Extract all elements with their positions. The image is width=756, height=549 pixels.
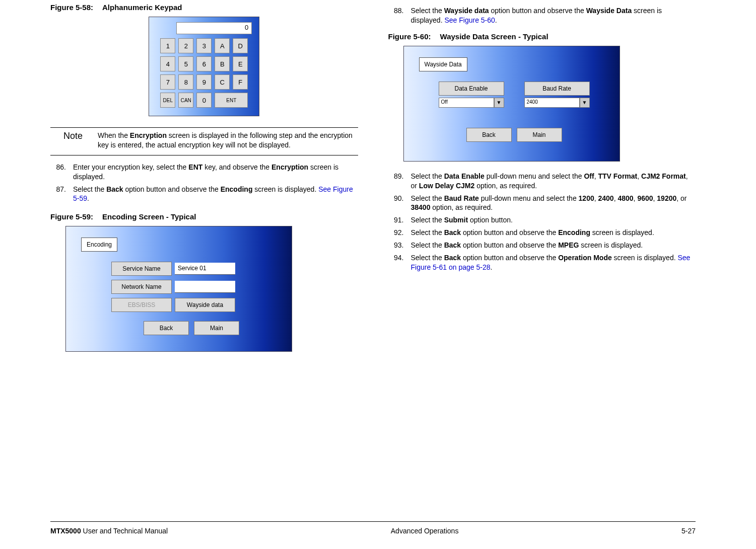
back-button[interactable]: Back <box>466 128 512 142</box>
wayside-panel: Wayside Data Data Enable Baud Rate Off ▼… <box>403 46 620 162</box>
figure-caption: Encoding Screen - Typical <box>102 212 196 221</box>
step-num: 89. <box>388 172 411 191</box>
key-e[interactable]: E <box>233 56 248 71</box>
keypad-display: 0 <box>176 22 252 34</box>
step-body: Select the Submit option button. <box>411 215 696 225</box>
figure-58-title: Figure 5-58:Alphanumeric Keypad <box>50 3 358 12</box>
key-6[interactable]: 6 <box>196 56 212 71</box>
note-block: Note When the Encryption screen is displ… <box>50 127 358 155</box>
figure-59-title: Figure 5-59:Encoding Screen - Typical <box>50 212 358 221</box>
step-num: 86. <box>50 163 73 182</box>
dropdown-arrow-icon[interactable]: ▼ <box>494 98 504 108</box>
baud-rate-select[interactable]: 2400 ▼ <box>524 98 590 108</box>
right-column: 88. Select the Wayside data option butto… <box>388 3 696 352</box>
step-body: Select the Back option button and observ… <box>411 253 696 272</box>
note-text-a: When the <box>98 131 130 139</box>
key-c[interactable]: C <box>215 74 230 90</box>
step-num: 87. <box>50 185 73 204</box>
footer-left: MTX5000 User and Technical Manual <box>50 527 168 535</box>
step-body: Select the Baud Rate pull-down menu and … <box>411 194 696 213</box>
key-b[interactable]: B <box>215 56 230 71</box>
key-d[interactable]: D <box>233 38 248 53</box>
key-9[interactable]: 9 <box>196 74 212 90</box>
step-num: 90. <box>388 194 411 213</box>
figure-caption: Wayside Data Screen - Typical <box>440 32 548 41</box>
step-num: 88. <box>388 6 411 25</box>
step-num: 94. <box>388 253 411 272</box>
service-name-button[interactable]: Service Name <box>111 262 172 276</box>
step-93: 93. Select the Back option button and ob… <box>388 241 696 250</box>
note-label: Note <box>50 131 96 141</box>
key-f[interactable]: F <box>233 74 248 90</box>
dropdown-arrow-icon[interactable]: ▼ <box>580 98 590 108</box>
keypad-figure: 0 1 2 3 A D 4 5 6 B E 7 8 <box>50 17 358 116</box>
key-3[interactable]: 3 <box>196 38 212 53</box>
key-a[interactable]: A <box>215 38 230 53</box>
note-rule-bottom <box>50 155 358 155</box>
step-91: 91. Select the Submit option button. <box>388 215 696 225</box>
key-ent[interactable]: ENT <box>215 93 248 108</box>
keypad-panel: 0 1 2 3 A D 4 5 6 B E 7 8 <box>149 17 259 116</box>
key-2[interactable]: 2 <box>178 38 193 53</box>
step-body: Select the Back option button and observ… <box>411 228 696 238</box>
step-89: 89. Select the Data Enable pull-down men… <box>388 172 696 191</box>
wayside-data-button[interactable]: Wayside data <box>175 298 235 312</box>
figure-60-title: Figure 5-60:Wayside Data Screen - Typica… <box>388 32 696 41</box>
panel-tab: Encoding <box>81 238 117 252</box>
step-num: 91. <box>388 215 411 225</box>
ebs-biss-button: EBS/BISS <box>111 298 172 312</box>
step-num: 93. <box>388 241 411 250</box>
note-text: When the Encryption screen is displayed … <box>96 131 358 150</box>
figure-label: Figure 5-59: <box>50 212 93 221</box>
step-body: Select the Back option button and observ… <box>73 185 358 204</box>
key-del[interactable]: DEL <box>160 93 175 108</box>
key-1[interactable]: 1 <box>160 38 175 53</box>
step-body: Select the Wayside data option button an… <box>411 6 696 25</box>
step-body: Select the Back option button and observ… <box>411 241 696 250</box>
figure-label: Figure 5-60: <box>388 32 431 41</box>
step-92: 92. Select the Back option button and ob… <box>388 228 696 238</box>
key-0[interactable]: 0 <box>196 93 212 108</box>
key-5[interactable]: 5 <box>178 56 193 71</box>
baud-rate-value: 2400 <box>524 98 580 108</box>
baud-rate-label: Baud Rate <box>524 82 590 96</box>
encoding-panel: Encoding Service Name Service 01 Network… <box>65 226 292 352</box>
main-button[interactable]: Main <box>517 128 562 142</box>
back-button[interactable]: Back <box>144 321 189 335</box>
note-bold: Encryption <box>130 131 167 139</box>
step-90: 90. Select the Baud Rate pull-down menu … <box>388 194 696 213</box>
xref-fig60[interactable]: See Figure 5-60 <box>444 16 495 24</box>
step-88: 88. Select the Wayside data option butto… <box>388 6 696 25</box>
step-87: 87. Select the Back option button and ob… <box>50 185 358 204</box>
step-num: 92. <box>388 228 411 238</box>
service-name-field[interactable]: Service 01 <box>175 263 235 275</box>
key-4[interactable]: 4 <box>160 56 175 71</box>
step-86: 86. Enter your encryption key, select th… <box>50 163 358 182</box>
footer-center: Advanced Operations <box>391 527 459 535</box>
data-enable-label: Data Enable <box>439 82 504 96</box>
key-7[interactable]: 7 <box>160 74 175 90</box>
encoding-figure: Encoding Service Name Service 01 Network… <box>65 226 358 352</box>
panel-tab: Wayside Data <box>419 57 467 71</box>
main-button[interactable]: Main <box>194 321 239 335</box>
data-enable-select[interactable]: Off ▼ <box>439 98 504 108</box>
step-body: Select the Data Enable pull-down menu an… <box>411 172 696 191</box>
key-can[interactable]: CAN <box>178 93 193 108</box>
figure-label: Figure 5-58: <box>50 3 93 12</box>
data-enable-value: Off <box>439 98 494 108</box>
figure-caption: Alphanumeric Keypad <box>102 3 182 12</box>
page-footer: MTX5000 User and Technical Manual Advanc… <box>50 521 696 535</box>
footer-page-number: 5-27 <box>681 527 696 535</box>
network-name-button[interactable]: Network Name <box>111 280 172 294</box>
wayside-figure: Wayside Data Data Enable Baud Rate Off ▼… <box>403 46 696 162</box>
left-column: Figure 5-58:Alphanumeric Keypad 0 1 2 3 … <box>50 3 358 352</box>
step-94: 94. Select the Back option button and ob… <box>388 253 696 272</box>
network-name-field[interactable] <box>175 281 235 293</box>
step-body: Enter your encryption key, select the EN… <box>73 163 358 182</box>
key-8[interactable]: 8 <box>178 74 193 90</box>
